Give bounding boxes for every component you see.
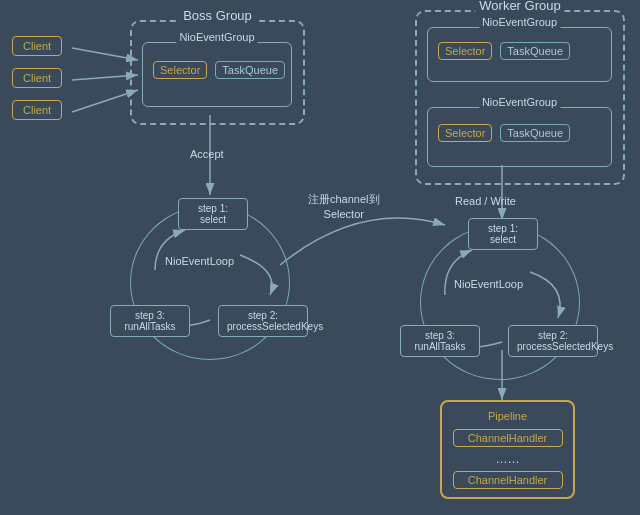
boss-group-label: Boss Group — [179, 8, 256, 23]
worker-nioeventgroup1-label: NioEventGroup — [479, 16, 560, 28]
boss-group-box: Boss Group NioEventGroup Selector TaskQu… — [130, 20, 305, 125]
worker-taskqueue1-tag: TaskQueue — [500, 42, 570, 60]
svg-line-4 — [72, 90, 138, 112]
worker-group-box: Worker Group NioEventGroup Selector Task… — [415, 10, 625, 185]
boss-step2-line1: step 2: — [248, 310, 278, 321]
pipeline-handler1-tag: ChannelHandler — [453, 429, 563, 447]
worker-nioeventgroup2-label: NioEventGroup — [479, 96, 560, 108]
boss-step1-box: step 1: select — [178, 198, 248, 230]
boss-loop-label: NioEventLoop — [165, 255, 234, 267]
pipeline-box: Pipeline ChannelHandler …… ChannelHandle… — [440, 400, 575, 499]
register-label-line1: 注册channel到 — [308, 193, 380, 205]
worker-nioeventgroup1-box: NioEventGroup Selector TaskQueue — [427, 27, 612, 82]
svg-line-3 — [72, 75, 138, 80]
worker-step2-line2: processSelectedKeys — [517, 341, 613, 352]
worker-step2-line1: step 2: — [538, 330, 568, 341]
boss-step2-box: step 2: processSelectedKeys — [218, 305, 308, 337]
worker-step3-line1: step 3: — [425, 330, 455, 341]
pipeline-handler2-tag: ChannelHandler — [453, 471, 563, 489]
pipeline-dots: …… — [496, 452, 520, 466]
boss-nioeventgroup-label: NioEventGroup — [176, 31, 257, 43]
worker-step2-box: step 2: processSelectedKeys — [508, 325, 598, 357]
worker-taskqueue2-tag: TaskQueue — [500, 124, 570, 142]
register-label-line2: Selector — [324, 208, 364, 220]
boss-step1-line1: step 1: — [198, 203, 228, 214]
worker-group-label: Worker Group — [475, 0, 564, 13]
worker-step1-box: step 1: select — [468, 218, 538, 250]
pipeline-label: Pipeline — [488, 410, 527, 422]
read-write-label: Read / Write — [455, 195, 516, 207]
worker-loop-label: NioEventLoop — [454, 278, 523, 290]
svg-line-2 — [72, 48, 138, 60]
boss-step3-box: step 3: runAllTasks — [110, 305, 190, 337]
client-1: Client — [12, 36, 62, 56]
boss-taskqueue-tag: TaskQueue — [215, 61, 285, 79]
worker-step1-line2: select — [490, 234, 516, 245]
client-2: Client — [12, 68, 62, 88]
boss-step1-line2: select — [200, 214, 226, 225]
worker-step1-line1: step 1: — [488, 223, 518, 234]
boss-step3-line1: step 3: — [135, 310, 165, 321]
worker-selector2-tag: Selector — [438, 124, 492, 142]
boss-step3-line2: runAllTasks — [124, 321, 175, 332]
client-3: Client — [12, 100, 62, 120]
diagram: Client Client Client Boss Group NioEvent… — [0, 0, 640, 515]
boss-step2-line2: processSelectedKeys — [227, 321, 323, 332]
worker-selector1-tag: Selector — [438, 42, 492, 60]
worker-nioeventgroup2-box: NioEventGroup Selector TaskQueue — [427, 107, 612, 167]
boss-nioeventgroup-box: NioEventGroup Selector TaskQueue — [142, 42, 292, 107]
accept-label: Accept — [190, 148, 224, 160]
worker-step3-box: step 3: runAllTasks — [400, 325, 480, 357]
register-label: 注册channel到 Selector — [308, 192, 380, 223]
worker-step3-line2: runAllTasks — [414, 341, 465, 352]
boss-selector-tag: Selector — [153, 61, 207, 79]
